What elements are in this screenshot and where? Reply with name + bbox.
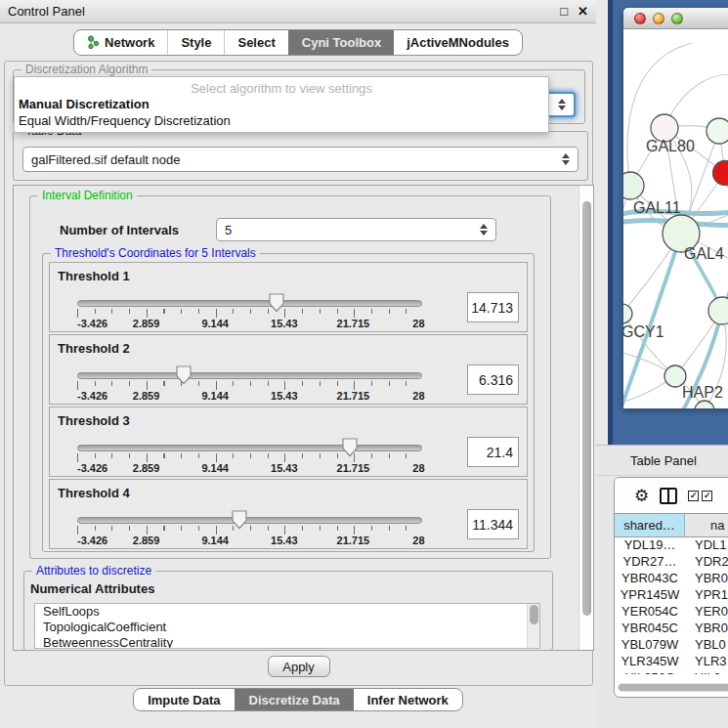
list-item[interactable]: TopologicalCoefficient	[35, 620, 539, 635]
network-view-area: GAL80 GA C GAL11 GAL4 GCY1 H HAP2	[596, 0, 728, 445]
node-label: GAL11	[633, 199, 681, 216]
split-panel-icon[interactable]	[660, 488, 677, 504]
threshold-1-slider[interactable]: -3.426 2.859 9.144 15.43 21.715 28	[77, 300, 422, 329]
node-table: ⚙ ✓ ✓ shared… na YDL19…YDL1 YDR27…YDR2 Y…	[614, 477, 728, 698]
table-row[interactable]: YDR27…YDR2	[615, 554, 728, 571]
table-data-select[interactable]: galFiltered.sif default node	[22, 147, 578, 172]
slider-track[interactable]	[77, 300, 422, 307]
threshold-panel-3: Threshold 3 -3.426 2.859 9.	[49, 407, 528, 477]
slider-ticks	[77, 381, 423, 390]
table-row[interactable]: YBR045CYBR0	[615, 621, 728, 637]
list-item[interactable]: SelfLoops	[35, 604, 539, 620]
node-partial-top-right[interactable]	[707, 118, 728, 144]
numerical-attributes-label: Numerical Attributes	[30, 581, 154, 596]
node-h[interactable]	[708, 297, 728, 324]
slider-tick-labels: -3.426 2.859 9.144 15.43 21.715 28	[77, 535, 422, 546]
bottom-tab-bar: Impute Data Discretize Data Infer Networ…	[0, 688, 596, 711]
slider-tick-labels: -3.426 2.859 9.144 15.43 21.715 28	[77, 390, 422, 402]
table-data-group: Table Data galFiltered.sif default node	[13, 131, 588, 181]
node-red-selected[interactable]	[713, 161, 728, 186]
slider-track[interactable]	[77, 372, 422, 379]
node-gal11[interactable]	[623, 172, 644, 199]
table-row[interactable]: YPR145WYPR1	[615, 587, 728, 604]
control-panel-titlebar: Control Panel □ ✕	[0, 0, 596, 23]
node-gcy1[interactable]	[623, 304, 632, 323]
tab-cyni-toolbox[interactable]: Cyni Toolbox	[288, 30, 394, 55]
table-body: YDL19…YDL1 YDR27…YDR2 YBR043CYBR0 YPR145…	[615, 537, 728, 674]
group-title: Interval Definition	[38, 189, 137, 202]
table-panel: Table Panel ⚙ ✓ ✓ shared… na YDL19…YDL1 …	[596, 445, 728, 728]
list-item[interactable]: BetweennessCentrality	[35, 635, 539, 649]
dropdown-placeholder: Select algorithm to view settings	[15, 77, 548, 96]
num-intervals-select[interactable]: 5	[216, 218, 496, 241]
apply-button[interactable]: Apply	[268, 656, 330, 677]
spinner-icon	[562, 153, 570, 165]
network-canvas[interactable]: GAL80 GA C GAL11 GAL4 GCY1 H HAP2	[623, 29, 728, 408]
group-title: Attributes to discretize	[32, 564, 155, 578]
float-window-icon[interactable]: □	[560, 4, 568, 19]
checkbox-icon[interactable]: ✓	[702, 491, 712, 501]
slider-tick-labels: -3.426 2.859 9.144 15.43 21.715 28	[77, 462, 422, 474]
table-data-value: galFiltered.sif default node	[31, 152, 180, 167]
table-header-row: shared… na	[615, 513, 728, 537]
table-row[interactable]: YIL052CYIL0	[615, 670, 728, 674]
network-window-titlebar[interactable]	[623, 8, 728, 29]
column-header-name[interactable]: na	[685, 514, 728, 536]
column-header-shared[interactable]: shared…	[615, 514, 685, 536]
tab-style[interactable]: Style	[167, 30, 224, 55]
minimize-traffic-light-icon[interactable]	[653, 13, 664, 24]
top-tab-bar: Network Style Select Cyni Toolbox jActiv…	[0, 29, 596, 56]
num-intervals-label: Number of Intervals	[60, 223, 179, 237]
numerical-attributes-list: SelfLoops TopologicalCoefficient Between…	[34, 603, 540, 649]
node-label: HAP2	[682, 384, 723, 401]
thresholds-group: Threshold's Coordinates for 5 Intervals …	[42, 253, 535, 552]
algorithm-dropdown-popup: Select algorithm to view settings Manual…	[14, 76, 549, 133]
network-window[interactable]: GAL80 GA C GAL11 GAL4 GCY1 H HAP2	[623, 8, 728, 408]
close-traffic-light-icon[interactable]	[634, 13, 646, 24]
table-row[interactable]: YBL079WYBL0	[615, 637, 728, 654]
threshold-3-value[interactable]: 21.4	[467, 437, 519, 467]
threshold-panel-4: Threshold 4 -3.426 2.859 9.	[49, 479, 528, 549]
desktop-frame: GAL80 GA C GAL11 GAL4 GCY1 H HAP2	[608, 0, 728, 445]
dropdown-option-equal-width[interactable]: Equal Width/Frequency Discretization	[15, 112, 548, 129]
table-row[interactable]: YER054CYER0	[615, 604, 728, 621]
network-icon	[87, 35, 100, 50]
group-title: Discretization Algorithm	[21, 63, 151, 76]
close-icon[interactable]: ✕	[578, 4, 588, 19]
checkbox-icon[interactable]: ✓	[688, 491, 699, 501]
node-label: GAL80	[646, 138, 695, 154]
slider-ticks	[77, 453, 423, 462]
slider-track[interactable]	[77, 445, 422, 451]
threshold-panel-1: Threshold 1 -3.426 2.859 9.	[49, 262, 528, 332]
tab-select[interactable]: Select	[224, 30, 287, 55]
dropdown-option-manual[interactable]: Manual Discretization	[15, 96, 548, 112]
spinner-icon	[558, 99, 566, 110]
tab-network[interactable]: Network	[74, 30, 167, 55]
threshold-1-value[interactable]: 14.713	[467, 292, 519, 322]
panel-title: Control Panel	[8, 4, 85, 19]
zoom-traffic-light-icon[interactable]	[671, 13, 683, 24]
gear-icon[interactable]: ⚙	[634, 488, 649, 504]
tab-jactivemnodules[interactable]: jActiveMNodules	[394, 30, 522, 55]
slider-track[interactable]	[77, 517, 422, 524]
threshold-2-slider[interactable]: -3.426 2.859 9.144 15.43 21.715 28	[77, 372, 422, 402]
num-intervals-value: 5	[225, 223, 232, 237]
tab-infer-network[interactable]: Infer Network	[354, 689, 462, 710]
list-scrollbar[interactable]	[527, 604, 539, 648]
node-bottom-partial[interactable]	[695, 401, 714, 408]
interval-definition-group: Interval Definition Number of Intervals …	[29, 195, 551, 559]
tab-impute-data[interactable]: Impute Data	[134, 689, 234, 710]
threshold-2-value[interactable]: 6.316	[467, 364, 519, 395]
spinner-icon	[480, 224, 488, 236]
tab-discretize-data[interactable]: Discretize Data	[235, 689, 354, 710]
threshold-4-value[interactable]: 11.344	[467, 509, 519, 539]
table-row[interactable]: YBR043CYBR0	[615, 571, 728, 587]
table-row[interactable]: YLR345WYLR3	[615, 654, 728, 670]
threshold-3-slider[interactable]: -3.426 2.859 9.144 15.43 21.715 28	[77, 445, 422, 474]
vertical-scrollbar[interactable]	[578, 186, 593, 650]
threshold-panel-2: Threshold 2 -3.426 2.859 9.	[49, 334, 528, 405]
horizontal-scrollbar[interactable]	[618, 683, 728, 692]
table-row[interactable]: YDL19…YDL1	[615, 537, 728, 554]
threshold-4-slider[interactable]: -3.426 2.859 9.144 15.43 21.715 28	[77, 517, 422, 546]
settings-scroll-area: Interval Definition Number of Intervals …	[13, 185, 594, 651]
